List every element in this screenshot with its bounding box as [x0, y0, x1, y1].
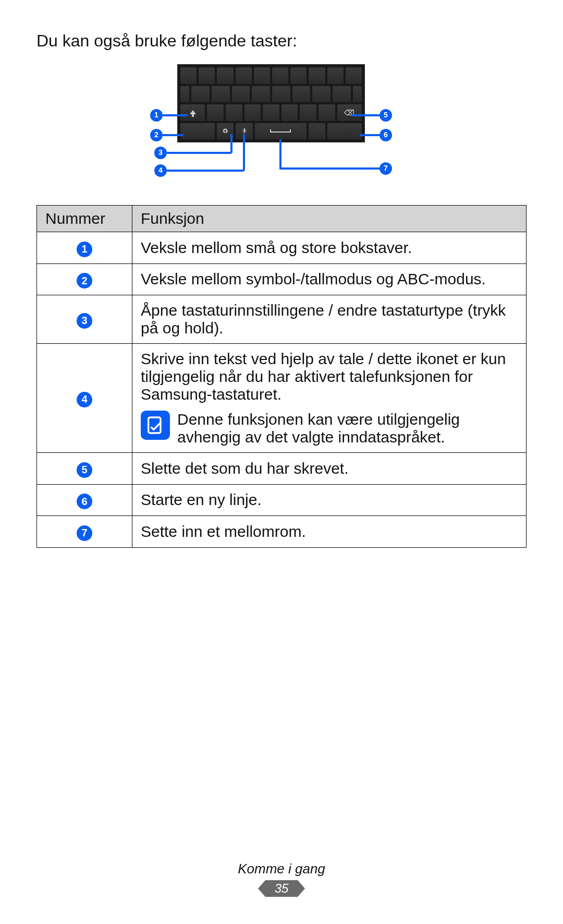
table-row: 4 Skrive inn tekst ved hjelp av tale / d… — [37, 344, 527, 453]
delete-key-icon — [337, 104, 362, 121]
row-badge-6: 6 — [77, 494, 92, 509]
period-key — [309, 123, 326, 140]
keyboard-diagram: 1 2 3 4 5 6 7 — [115, 64, 448, 189]
table-row: 6 Starte en ny linje. — [37, 484, 527, 516]
header-function: Funksjon — [132, 206, 527, 232]
table-row: 5 Slette det som du har skrevet. — [37, 453, 527, 485]
row-badge-4: 4 — [77, 392, 92, 407]
intro-text: Du kan også bruke følgende taster: — [36, 31, 527, 51]
row-text-4: Skrive inn tekst ved hjelp av tale / det… — [141, 350, 518, 403]
mode-key — [180, 123, 215, 140]
space-key-icon — [255, 123, 306, 140]
callout-6: 6 — [380, 129, 392, 141]
callout-4: 4 — [154, 164, 167, 177]
callout-5: 5 — [380, 109, 392, 122]
row-text-5: Slette det som du har skrevet. — [132, 453, 527, 485]
keyboard — [177, 64, 365, 142]
callout-3: 3 — [154, 147, 167, 159]
row-badge-1: 1 — [77, 242, 92, 257]
row-badge-7: 7 — [77, 525, 92, 541]
page: Du kan også bruke følgende taster: — [0, 0, 563, 924]
row-text-1: Veksle mellom små og store bokstaver. — [132, 232, 527, 264]
footer-section: Komme i gang — [0, 861, 563, 877]
table-row: 1 Veksle mellom små og store bokstaver. — [37, 232, 527, 264]
note-icon — [141, 411, 170, 440]
row-badge-5: 5 — [77, 462, 92, 478]
page-footer: Komme i gang 35 — [0, 861, 563, 897]
page-number: 35 — [265, 880, 298, 897]
row-badge-2: 2 — [77, 273, 92, 289]
callout-7: 7 — [380, 162, 392, 175]
row-text-6: Starte en ny linje. — [132, 484, 527, 516]
header-number: Nummer — [37, 206, 132, 232]
callout-1: 1 — [150, 109, 163, 122]
row-text-7: Sette inn et mellomrom. — [132, 516, 527, 548]
note-text: Denne funksjonen kan være utilgjengelig … — [177, 411, 518, 446]
row-text-2: Veksle mellom symbol-/tallmodus og ABC-m… — [132, 263, 527, 295]
table-row: 3 Åpne tastaturinnstillingene / endre ta… — [37, 295, 527, 344]
shift-key-icon — [180, 104, 205, 121]
callout-2: 2 — [150, 129, 163, 141]
row-badge-3: 3 — [77, 313, 92, 329]
row-text-3: Åpne tastaturinnstillingene / endre tast… — [132, 295, 527, 344]
row-cell-4: Skrive inn tekst ved hjelp av tale / det… — [132, 344, 527, 453]
note-row: Denne funksjonen kan være utilgjengelig … — [141, 411, 518, 446]
enter-key-icon — [327, 123, 362, 140]
table-row: 7 Sette inn et mellomrom. — [37, 516, 527, 548]
function-table: Nummer Funksjon 1 Veksle mellom små og s… — [36, 205, 527, 548]
table-row: 2 Veksle mellom symbol-/tallmodus og ABC… — [37, 263, 527, 295]
